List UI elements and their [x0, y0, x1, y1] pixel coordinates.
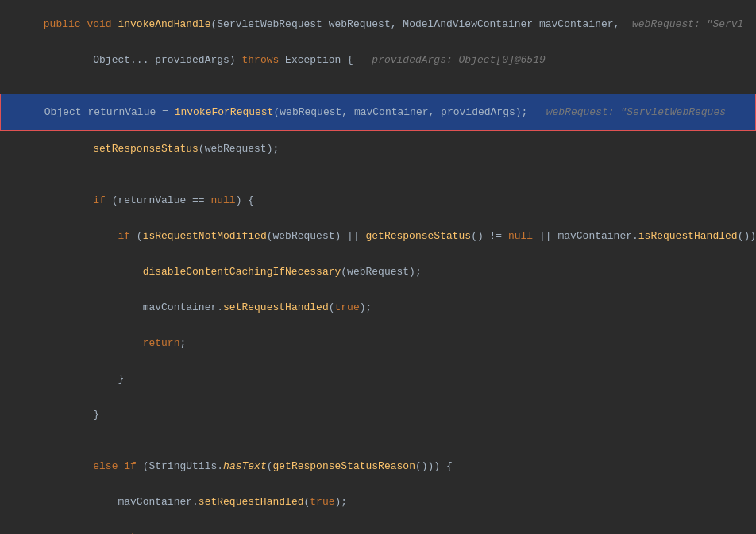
- code-line-empty2: [0, 167, 756, 182]
- code-container: public void invokeAndHandle(ServletWebRe…: [0, 0, 756, 534]
- code-line-empty3: [0, 432, 756, 448]
- code-line-4: setResponseStatus(webRequest);: [0, 131, 756, 167]
- code-line-11: }: [0, 397, 756, 432]
- code-line-13: mavContainer.setRequestHandled(true);: [0, 484, 756, 520]
- code-line-8: mavContainer.setRequestHandled(true);: [0, 290, 756, 325]
- code-line-2: Object... providedArgs) throws Exception…: [0, 42, 756, 78]
- code-line-9: return;: [0, 325, 756, 361]
- code-line-10: }: [0, 361, 756, 397]
- code-line-5: if (returnValue == null) {: [0, 182, 756, 218]
- code-line-6: if (isRequestNotModified(webRequest) || …: [0, 218, 756, 254]
- code-line-14: return;: [0, 520, 756, 534]
- code-line-1: public void invokeAndHandle(ServletWebRe…: [0, 6, 756, 42]
- code-line-7: disableContentCachingIfNecessary(webRequ…: [0, 254, 756, 290]
- code-line-3: Object returnValue = invokeForRequest(we…: [0, 94, 756, 131]
- code-line-empty1: [0, 78, 756, 94]
- code-line-12: else if (StringUtils.hasText(getResponse…: [0, 448, 756, 484]
